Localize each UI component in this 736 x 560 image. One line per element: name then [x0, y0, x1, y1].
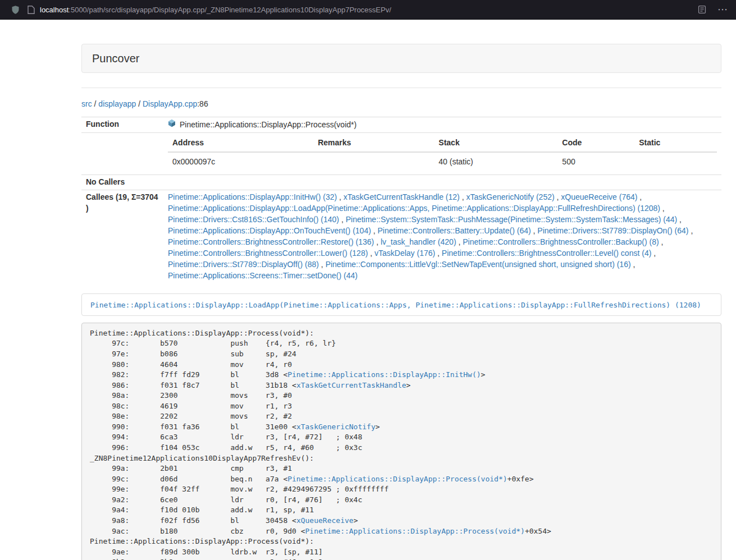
stats-header-code: Code	[557, 135, 634, 152]
callee-link[interactable]: xQueueReceive (764)	[561, 192, 637, 201]
stats-header-static: Static	[634, 135, 717, 152]
stats-row-label	[81, 132, 163, 175]
no-callers-cell	[163, 175, 721, 190]
reader-mode-icon[interactable]	[698, 5, 706, 14]
stats-values-row: 0x0000097c 40 (static) 500	[168, 152, 717, 173]
stats-remarks	[313, 152, 434, 173]
highlight-symbol-link[interactable]: Pinetime::Applications::DisplayApp::Load…	[90, 301, 701, 309]
stats-cell: Address Remarks Stack Code Static 0x0000…	[163, 132, 721, 175]
highlight-panel: Pinetime::Applications::DisplayApp::Load…	[81, 293, 721, 316]
stats-table: Address Remarks Stack Code Static 0x0000…	[168, 135, 717, 173]
no-callers-label: No Callers	[81, 175, 163, 190]
breadcrumb: src / displayapp / DisplayApp.cpp:86	[81, 98, 721, 109]
disassembly-symbol-link[interactable]: Pinetime::Applications::DisplayApp::Init…	[287, 370, 481, 379]
disassembly-symbol-link[interactable]: Pinetime::Applications::DisplayApp::Proc…	[287, 475, 507, 483]
function-table: Function Pinetime::Applications::Display…	[81, 117, 721, 283]
callee-link[interactable]: Pinetime::Controllers::BrightnessControl…	[463, 237, 659, 246]
callees-label: Callees (19, Σ=3704 )	[81, 190, 163, 283]
disassembly-symbol-link[interactable]: xQueueReceive	[296, 516, 354, 525]
browser-bar: localhost:5000/path/src/displayapp/Displ…	[0, 0, 736, 20]
stats-static	[634, 152, 717, 173]
callee-link[interactable]: Pinetime::Drivers::St7789::DisplayOff() …	[168, 260, 319, 269]
callee-link[interactable]: Pinetime::System::SystemTask::PushMessag…	[346, 215, 678, 224]
url-bar[interactable]: localhost:5000/path/src/displayapp/Displ…	[40, 6, 689, 14]
callee-link[interactable]: Pinetime::Applications::Screens::Timer::…	[168, 271, 358, 280]
breadcrumb-link[interactable]: displayapp	[98, 99, 136, 108]
page-favicon-icon	[28, 6, 35, 14]
callees-list: Pinetime::Applications::DisplayApp::Init…	[163, 190, 721, 283]
function-name-cell: Pinetime::Applications::DisplayApp::Proc…	[163, 117, 721, 133]
stats-address: 0x0000097c	[168, 152, 313, 173]
stats-row: Address Remarks Stack Code Static 0x0000…	[81, 132, 721, 175]
callee-link[interactable]: xTaskGetCurrentTaskHandle (12)	[344, 192, 460, 201]
menu-button[interactable]: ⋯	[717, 0, 728, 20]
callee-link[interactable]: lv_task_handler (420)	[381, 237, 456, 246]
callees-row: Callees (19, Σ=3704 ) Pinetime::Applicat…	[81, 190, 721, 283]
stats-header-address: Address	[168, 135, 313, 152]
callee-link[interactable]: Pinetime::Controllers::BrightnessControl…	[168, 249, 368, 258]
callee-link[interactable]: Pinetime::Controllers::BrightnessControl…	[168, 237, 374, 246]
callee-link[interactable]: Pinetime::Components::LittleVgl::SetNewT…	[326, 260, 631, 269]
callee-link[interactable]: vTaskDelay (176)	[374, 249, 435, 258]
function-label: Function	[81, 117, 163, 133]
callee-link[interactable]: Pinetime::Applications::DisplayApp::Init…	[168, 192, 337, 201]
function-row: Function Pinetime::Applications::Display…	[81, 117, 721, 133]
callee-link[interactable]: Pinetime::Drivers::Cst816S::GetTouchInfo…	[168, 215, 339, 224]
function-name: Pinetime::Applications::DisplayApp::Proc…	[180, 120, 356, 131]
no-callers-row: No Callers	[81, 175, 721, 190]
callee-link[interactable]: xTaskGenericNotify (252)	[466, 192, 554, 201]
disassembly-symbol-link[interactable]: Pinetime::Applications::DisplayApp::Proc…	[305, 527, 525, 535]
shield-icon[interactable]	[11, 5, 20, 15]
disassembly: Pinetime::Applications::DisplayApp::Proc…	[81, 323, 721, 560]
callee-link[interactable]: Pinetime::Controllers::Battery::Update()…	[378, 226, 531, 235]
browser-actions: ⋯	[698, 0, 728, 20]
url-path: :5000/path/src/displayapp/DisplayApp.cpp…	[68, 6, 391, 14]
disassembly-symbol-link[interactable]: xTaskGenericNotify	[296, 423, 376, 431]
stats-code: 500	[557, 152, 634, 173]
title-panel: Puncover	[81, 44, 721, 73]
stats-header-remarks: Remarks	[313, 135, 434, 152]
breadcrumb-link[interactable]: DisplayApp.cpp	[143, 99, 197, 108]
breadcrumb-link[interactable]: src	[81, 99, 92, 108]
stats-header-stack: Stack	[434, 135, 557, 152]
callee-link[interactable]: Pinetime::Applications::DisplayApp::OnTo…	[168, 226, 371, 235]
page-content: Puncover src / displayapp / DisplayApp.c…	[81, 44, 721, 560]
function-cube-icon	[168, 119, 176, 131]
stats-stack: 40 (static)	[434, 152, 557, 173]
callee-link[interactable]: Pinetime::Drivers::St7789::DisplayOn() (…	[537, 226, 688, 235]
callee-link[interactable]: Pinetime::Applications::DisplayApp::Load…	[168, 204, 660, 213]
divider	[81, 88, 721, 88]
callee-link[interactable]: Pinetime::Controllers::BrightnessControl…	[442, 249, 651, 258]
disassembly-symbol-link[interactable]: xTaskGetCurrentTaskHandle	[296, 381, 406, 389]
url-host: localhost	[40, 6, 68, 14]
page-title: Puncover	[92, 52, 711, 65]
